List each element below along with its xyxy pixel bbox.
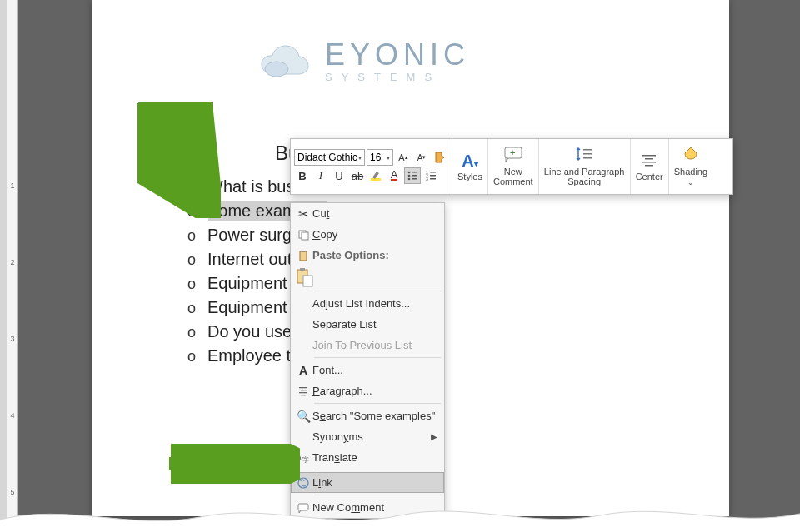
cloud-icon [258,42,317,80]
logo-text: EYONIC [325,40,470,70]
join-previous-list-item: Join To Previous List [291,335,444,355]
font-a-icon: A [294,364,312,377]
font-picker[interactable]: Didact Gothic▾ [294,149,365,166]
vertical-ruler: 1 2 3 4 5 [0,0,18,532]
context-menu: ✂ Cut Copy Paste Options: Adjust List In… [290,202,445,519]
svg-rect-20 [583,157,592,159]
bullets-button[interactable] [404,167,421,184]
svg-rect-13 [430,175,436,177]
logo: EYONIC SYSTEMS [258,40,470,82]
svg-rect-3 [371,178,381,181]
search-icon: 🔍 [294,410,312,423]
shading-button[interactable]: Shading⌄ [669,139,712,194]
svg-rect-26 [302,232,308,240]
svg-rect-22 [645,158,653,160]
paste-options-header: Paste Options: [291,245,444,266]
torn-edge-decoration [0,499,800,532]
italic-button[interactable]: I [312,167,329,184]
synonyms-item[interactable]: Synonyms ▶ [291,426,444,447]
svg-rect-24 [645,165,653,167]
svg-rect-35 [301,395,306,395]
svg-rect-33 [301,390,308,390]
scissors-icon: ✂ [294,207,312,221]
svg-point-0 [265,62,288,77]
svg-rect-5 [412,172,418,173]
svg-rect-15 [430,178,436,180]
font-color-button[interactable]: A [386,167,402,184]
svg-point-4 [408,172,411,174]
svg-rect-18 [583,149,592,151]
center-button[interactable]: Center [631,139,669,194]
svg-text:3: 3 [426,177,428,181]
decrease-font-icon[interactable]: A▾ [413,149,430,166]
paste-keep-source-icon[interactable] [296,267,314,289]
svg-rect-11 [430,172,436,173]
svg-text:字: 字 [302,456,309,464]
logo-subtext: SYSTEMS [325,72,470,82]
svg-rect-30 [300,268,305,271]
adjust-indents-item[interactable]: Adjust List Indents... [291,293,444,314]
svg-rect-23 [642,162,656,163]
increase-font-icon[interactable]: A▴ [395,149,412,166]
svg-rect-32 [299,387,308,388]
numbering-button[interactable]: 123 [422,167,439,184]
new-comment-button[interactable]: + NewComment [488,139,539,194]
bold-button[interactable]: B [294,167,311,184]
svg-rect-27 [300,251,307,261]
search-item[interactable]: 🔍 Search "Some examples" [291,405,444,426]
clipboard-icon [294,250,312,261]
svg-rect-19 [583,153,592,155]
font-size-picker[interactable]: 16▾ [367,149,393,166]
format-painter-icon[interactable] [432,149,448,166]
copy-icon [294,229,312,241]
font-item[interactable]: A Font... [291,360,444,380]
cut-item[interactable]: ✂ Cut [291,203,444,224]
copy-item[interactable]: Copy [291,224,444,245]
paragraph-item[interactable]: Paragraph... [291,380,444,401]
styles-button[interactable]: A▾ Styles [452,139,488,194]
svg-rect-9 [412,178,418,180]
annotation-arrow-2 [162,444,300,484]
annotation-arrow-1 [138,102,221,218]
svg-point-6 [408,175,411,177]
strikethrough-button[interactable]: ab [349,167,366,184]
svg-rect-7 [412,175,418,177]
link-item[interactable]: Link [291,472,444,493]
svg-rect-28 [302,251,305,252]
svg-rect-31 [303,276,312,286]
paragraph-icon [294,385,312,397]
svg-rect-34 [299,392,308,393]
line-spacing-button[interactable]: Line and ParagraphSpacing [539,139,631,194]
underline-button[interactable]: U [331,167,348,184]
svg-point-8 [408,178,411,181]
svg-rect-21 [642,155,656,157]
svg-line-1 [146,110,198,191]
highlight-button[interactable] [368,167,384,184]
chevron-right-icon: ▶ [431,432,438,441]
separate-list-item[interactable]: Separate List [291,314,444,335]
svg-text:+: + [510,147,515,157]
translate-item[interactable]: a字 Translate [291,447,444,468]
mini-toolbar: Didact Gothic▾ 16▾ A▴ A▾ B I U ab A 123 [290,138,733,195]
